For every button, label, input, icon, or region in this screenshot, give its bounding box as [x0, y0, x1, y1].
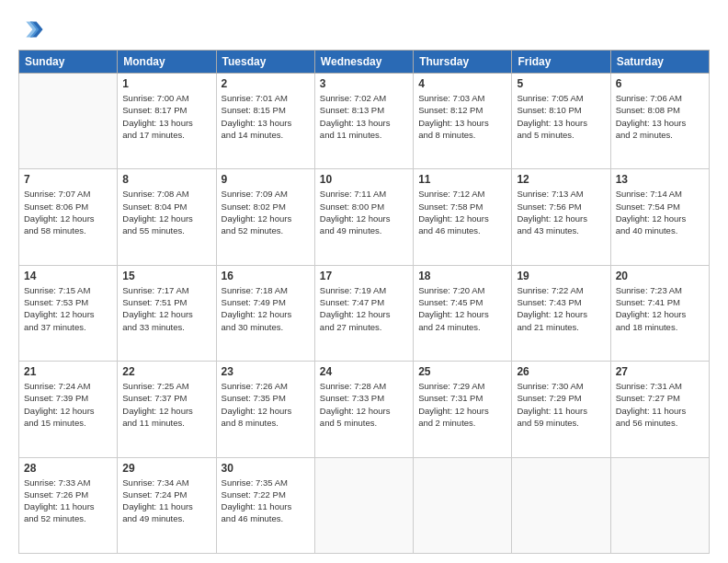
day-cell: 16Sunrise: 7:18 AM Sunset: 7:49 PM Dayli…: [216, 265, 314, 361]
day-number: 29: [122, 462, 210, 475]
day-cell: 22Sunrise: 7:25 AM Sunset: 7:37 PM Dayli…: [118, 362, 216, 457]
logo-icon: [18, 17, 44, 42]
day-number: 24: [320, 365, 408, 378]
day-cell: 3Sunrise: 7:02 AM Sunset: 8:13 PM Daylig…: [314, 74, 413, 169]
day-number: 11: [418, 173, 506, 186]
day-number: 27: [616, 365, 704, 378]
day-number: 22: [122, 365, 210, 378]
day-cell: 12Sunrise: 7:13 AM Sunset: 7:56 PM Dayli…: [512, 169, 610, 265]
day-info: Sunrise: 7:34 AM Sunset: 7:24 PM Dayligh…: [122, 477, 210, 525]
day-number: 30: [222, 462, 310, 475]
day-cell: 23Sunrise: 7:26 AM Sunset: 7:35 PM Dayli…: [216, 362, 314, 457]
day-number: 20: [616, 270, 704, 282]
day-cell: 24Sunrise: 7:28 AM Sunset: 7:33 PM Dayli…: [314, 362, 413, 457]
day-info: Sunrise: 7:13 AM Sunset: 7:56 PM Dayligh…: [517, 188, 605, 236]
day-number: 5: [517, 77, 605, 90]
day-cell: 20Sunrise: 7:23 AM Sunset: 7:41 PM Dayli…: [610, 265, 709, 361]
day-info: Sunrise: 7:07 AM Sunset: 8:06 PM Dayligh…: [24, 188, 112, 236]
day-info: Sunrise: 7:30 AM Sunset: 7:29 PM Dayligh…: [517, 380, 605, 429]
day-info: Sunrise: 7:05 AM Sunset: 8:10 PM Dayligh…: [517, 92, 605, 141]
day-number: 26: [517, 365, 605, 378]
header: [18, 17, 710, 42]
day-cell: 29Sunrise: 7:34 AM Sunset: 7:24 PM Dayli…: [118, 457, 216, 553]
day-number: 1: [122, 77, 210, 90]
day-cell: 9Sunrise: 7:09 AM Sunset: 8:02 PM Daylig…: [216, 169, 314, 265]
day-cell: 27Sunrise: 7:31 AM Sunset: 7:27 PM Dayli…: [610, 362, 709, 457]
day-info: Sunrise: 7:15 AM Sunset: 7:53 PM Dayligh…: [24, 284, 112, 333]
day-cell: 28Sunrise: 7:33 AM Sunset: 7:26 PM Dayli…: [19, 457, 118, 553]
calendar-table: SundayMondayTuesdayWednesdayThursdayFrid…: [18, 50, 710, 554]
col-header-saturday: Saturday: [610, 51, 709, 74]
day-cell: 6Sunrise: 7:06 AM Sunset: 8:08 PM Daylig…: [610, 74, 709, 169]
day-cell: 1Sunrise: 7:00 AM Sunset: 8:17 PM Daylig…: [118, 74, 216, 169]
day-cell: 30Sunrise: 7:35 AM Sunset: 7:22 PM Dayli…: [216, 457, 314, 553]
day-cell: 11Sunrise: 7:12 AM Sunset: 7:58 PM Dayli…: [414, 169, 512, 265]
day-cell: 26Sunrise: 7:30 AM Sunset: 7:29 PM Dayli…: [512, 362, 610, 457]
day-info: Sunrise: 7:11 AM Sunset: 8:00 PM Dayligh…: [320, 188, 408, 236]
week-row-4: 21Sunrise: 7:24 AM Sunset: 7:39 PM Dayli…: [19, 362, 710, 457]
day-number: 14: [24, 270, 112, 282]
week-row-5: 28Sunrise: 7:33 AM Sunset: 7:26 PM Dayli…: [19, 457, 710, 553]
day-number: 23: [222, 365, 310, 378]
day-cell: [314, 457, 413, 553]
day-info: Sunrise: 7:31 AM Sunset: 7:27 PM Dayligh…: [616, 380, 704, 429]
day-info: Sunrise: 7:06 AM Sunset: 8:08 PM Dayligh…: [616, 92, 704, 141]
day-info: Sunrise: 7:18 AM Sunset: 7:49 PM Dayligh…: [222, 284, 310, 333]
day-cell: [512, 457, 610, 553]
day-info: Sunrise: 7:22 AM Sunset: 7:43 PM Dayligh…: [517, 284, 605, 333]
day-cell: 7Sunrise: 7:07 AM Sunset: 8:06 PM Daylig…: [19, 169, 118, 265]
day-info: Sunrise: 7:24 AM Sunset: 7:39 PM Dayligh…: [24, 380, 112, 429]
day-number: 17: [320, 270, 408, 282]
day-number: 2: [222, 77, 310, 90]
day-cell: 15Sunrise: 7:17 AM Sunset: 7:51 PM Dayli…: [118, 265, 216, 361]
day-info: Sunrise: 7:26 AM Sunset: 7:35 PM Dayligh…: [222, 380, 310, 429]
week-row-1: 1Sunrise: 7:00 AM Sunset: 8:17 PM Daylig…: [19, 74, 710, 169]
day-number: 7: [24, 173, 112, 186]
day-number: 3: [320, 77, 408, 90]
col-header-thursday: Thursday: [414, 51, 512, 74]
day-info: Sunrise: 7:12 AM Sunset: 7:58 PM Dayligh…: [418, 188, 506, 236]
day-cell: 19Sunrise: 7:22 AM Sunset: 7:43 PM Dayli…: [512, 265, 610, 361]
col-header-wednesday: Wednesday: [314, 51, 413, 74]
day-number: 12: [517, 173, 605, 186]
day-cell: 8Sunrise: 7:08 AM Sunset: 8:04 PM Daylig…: [118, 169, 216, 265]
day-info: Sunrise: 7:35 AM Sunset: 7:22 PM Dayligh…: [222, 477, 310, 525]
day-cell: 25Sunrise: 7:29 AM Sunset: 7:31 PM Dayli…: [414, 362, 512, 457]
day-info: Sunrise: 7:28 AM Sunset: 7:33 PM Dayligh…: [320, 380, 408, 429]
day-info: Sunrise: 7:29 AM Sunset: 7:31 PM Dayligh…: [418, 380, 506, 429]
day-number: 18: [418, 270, 506, 282]
day-number: 21: [24, 365, 112, 378]
col-header-sunday: Sunday: [19, 51, 118, 74]
day-number: 15: [122, 270, 210, 282]
day-info: Sunrise: 7:25 AM Sunset: 7:37 PM Dayligh…: [122, 380, 210, 429]
day-cell: 5Sunrise: 7:05 AM Sunset: 8:10 PM Daylig…: [512, 74, 610, 169]
day-cell: 10Sunrise: 7:11 AM Sunset: 8:00 PM Dayli…: [314, 169, 413, 265]
day-number: 9: [222, 173, 310, 186]
day-cell: 4Sunrise: 7:03 AM Sunset: 8:12 PM Daylig…: [414, 74, 512, 169]
day-info: Sunrise: 7:19 AM Sunset: 7:47 PM Dayligh…: [320, 284, 408, 333]
day-number: 8: [122, 173, 210, 186]
day-number: 28: [24, 462, 112, 475]
day-info: Sunrise: 7:09 AM Sunset: 8:02 PM Dayligh…: [222, 188, 310, 236]
day-cell: [19, 74, 118, 169]
day-info: Sunrise: 7:01 AM Sunset: 8:15 PM Dayligh…: [222, 92, 310, 141]
col-header-friday: Friday: [512, 51, 610, 74]
day-number: 13: [616, 173, 704, 186]
day-cell: 14Sunrise: 7:15 AM Sunset: 7:53 PM Dayli…: [19, 265, 118, 361]
col-header-tuesday: Tuesday: [216, 51, 314, 74]
day-cell: [610, 457, 709, 553]
day-cell: [414, 457, 512, 553]
day-info: Sunrise: 7:00 AM Sunset: 8:17 PM Dayligh…: [122, 92, 210, 141]
header-row: SundayMondayTuesdayWednesdayThursdayFrid…: [19, 51, 710, 74]
day-info: Sunrise: 7:20 AM Sunset: 7:45 PM Dayligh…: [418, 284, 506, 333]
day-number: 4: [418, 77, 506, 90]
week-row-3: 14Sunrise: 7:15 AM Sunset: 7:53 PM Dayli…: [19, 265, 710, 361]
page: SundayMondayTuesdayWednesdayThursdayFrid…: [0, 0, 728, 563]
day-info: Sunrise: 7:33 AM Sunset: 7:26 PM Dayligh…: [24, 477, 112, 525]
day-info: Sunrise: 7:02 AM Sunset: 8:13 PM Dayligh…: [320, 92, 408, 141]
day-number: 16: [222, 270, 310, 282]
day-info: Sunrise: 7:03 AM Sunset: 8:12 PM Dayligh…: [418, 92, 506, 141]
day-number: 6: [616, 77, 704, 90]
day-info: Sunrise: 7:17 AM Sunset: 7:51 PM Dayligh…: [122, 284, 210, 333]
day-info: Sunrise: 7:23 AM Sunset: 7:41 PM Dayligh…: [616, 284, 704, 333]
